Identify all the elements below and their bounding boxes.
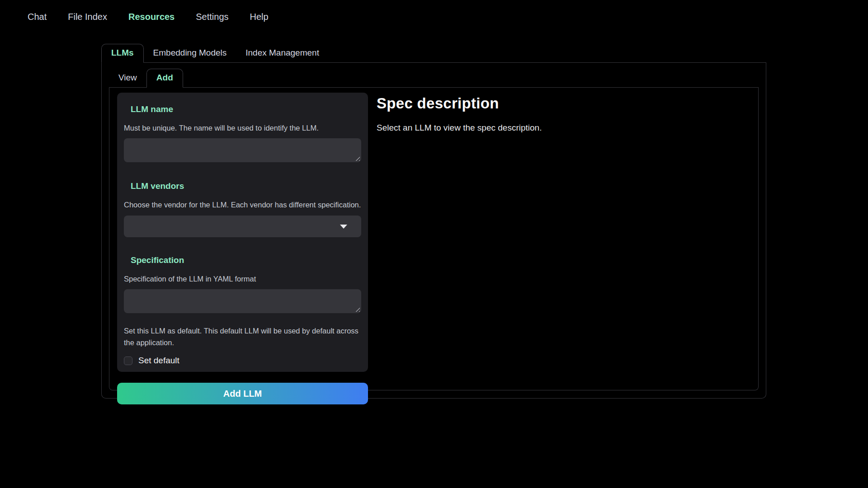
llm-name-label: LLM name xyxy=(131,104,361,114)
llm-name-input[interactable] xyxy=(124,138,361,162)
specification-label: Specification xyxy=(131,255,361,265)
set-default-label[interactable]: Set default xyxy=(138,356,179,366)
set-default-row: Set default xyxy=(124,356,361,366)
subtab-view[interactable]: View xyxy=(109,69,146,87)
llm-name-description: Must be unique. The name will be used to… xyxy=(124,123,361,133)
nav-item-resources[interactable]: Resources xyxy=(128,12,175,22)
add-llm-button[interactable]: Add LLM xyxy=(117,383,368,404)
llms-tab-content: View Add LLM name Must be unique. The na… xyxy=(101,63,766,399)
llms-subtabnav: View Add xyxy=(109,69,759,88)
nav-item-file-index[interactable]: File Index xyxy=(68,12,107,22)
tab-index-management[interactable]: Index Management xyxy=(236,44,329,62)
resources-tabnav: LLMs Embedding Models Index Management xyxy=(101,44,766,63)
spec-description-body: Select an LLM to view the spec descripti… xyxy=(377,123,750,133)
spec-description-panel: Spec description Select an LLM to view t… xyxy=(377,93,750,385)
set-default-checkbox[interactable] xyxy=(124,357,132,365)
tab-embedding-models[interactable]: Embedding Models xyxy=(144,44,236,62)
llm-vendors-label: LLM vendors xyxy=(131,181,361,191)
llm-vendors-field: LLM vendors Choose the vendor for the LL… xyxy=(124,181,361,237)
set-default-description: Set this LLM as default. This default LL… xyxy=(124,325,359,348)
nav-item-settings[interactable]: Settings xyxy=(196,12,228,22)
nav-item-help[interactable]: Help xyxy=(250,12,269,22)
specification-description: Specification of the LLM in YAML format xyxy=(124,274,361,284)
spec-description-title: Spec description xyxy=(377,95,750,112)
add-llm-form-card: LLM name Must be unique. The name will b… xyxy=(117,93,368,372)
chevron-down-icon xyxy=(340,225,347,229)
llm-vendors-description: Choose the vendor for the LLM. Each vend… xyxy=(124,200,361,210)
add-llm-tab-content: LLM name Must be unique. The name will b… xyxy=(109,88,759,390)
add-llm-form-column: LLM name Must be unique. The name will b… xyxy=(117,93,368,385)
resources-panel: LLMs Embedding Models Index Management V… xyxy=(101,44,766,399)
top-navigation: Chat File Index Resources Settings Help xyxy=(28,12,269,22)
llm-name-field: LLM name Must be unique. The name will b… xyxy=(124,104,361,162)
subtab-add[interactable]: Add xyxy=(146,69,183,88)
llm-vendors-dropdown[interactable] xyxy=(124,216,361,237)
specification-field: Specification Specification of the LLM i… xyxy=(124,255,361,313)
nav-item-chat[interactable]: Chat xyxy=(28,12,47,22)
tab-llms[interactable]: LLMs xyxy=(101,44,144,63)
specification-input[interactable] xyxy=(124,289,361,313)
